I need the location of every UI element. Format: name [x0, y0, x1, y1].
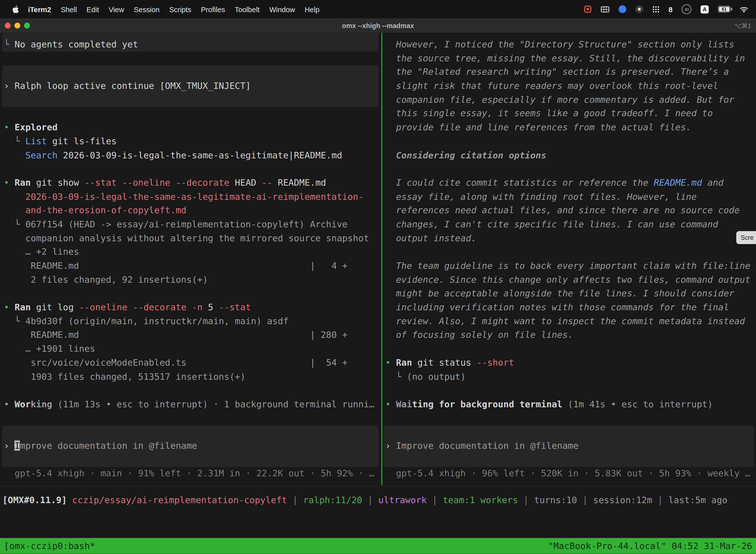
terminal-line: … +2 lines — [4, 245, 381, 259]
terminal-line: › Improve documentation in @filename — [4, 439, 381, 453]
terminal-line: provide file and line references from th… — [385, 121, 756, 134]
terminal-line: └ 4b9d30f (origin/main, instructkr/main,… — [4, 315, 381, 328]
terminal-line: 1903 files changed, 513517 insertions(+) — [4, 370, 381, 384]
terminal-line — [4, 384, 381, 398]
terminal-line: • Ran git status --short — [385, 356, 756, 370]
terminal-line: and-the-erosion-of-copyleft.md — [4, 204, 381, 218]
menu-session[interactable]: Session — [129, 5, 165, 13]
terminal-line: output instead. — [385, 231, 756, 245]
terminal-line — [4, 162, 381, 176]
menu-toolbelt[interactable]: Toolbelt — [230, 5, 264, 13]
zoom-window-button[interactable] — [24, 22, 30, 28]
menu-edit[interactable]: Edit — [82, 5, 104, 13]
terminal-line: • Ran git show --stat --oneline --decora… — [4, 176, 381, 190]
menu-window[interactable]: Window — [264, 5, 300, 13]
terminal-line: I could cite commit statistics or refere… — [385, 176, 756, 190]
window-title: omx --xhigh --madmax — [0, 21, 756, 29]
terminal-line: the "Related research writing" section i… — [385, 65, 756, 79]
menu-help[interactable]: Help — [300, 5, 324, 13]
close-window-button[interactable] — [5, 22, 10, 28]
terminal-line: this single essay, it seems like a good … — [385, 107, 756, 121]
screen-overlay-button[interactable]: Scre — [737, 231, 756, 244]
terminal-line: › Improve documentation in @filename — [385, 439, 756, 453]
terminal-line: Search 2026-03-09-is-legal-the-same-as-l… — [4, 149, 381, 162]
input-source-letter: A — [703, 6, 707, 12]
terminal-line — [385, 245, 756, 259]
menu-view[interactable]: View — [104, 5, 129, 13]
terminal-line — [385, 342, 756, 356]
terminal-line — [385, 411, 756, 425]
terminal-line: changes, I can't cite specific file line… — [385, 218, 756, 232]
terminal-line: 2 files changed, 92 insertions(+) — [4, 273, 381, 287]
terminal-line: [OMX#0.11.9] cczip/essay/ai-reimplementa… — [2, 494, 728, 508]
terminal-line: of focusing solely on file lines. — [385, 328, 756, 342]
tmux-status-bar: [omx-cczip0:bash* "MacBook-Pro-44.local"… — [0, 538, 756, 554]
terminal-line: However, I noticed the "Directory Struct… — [385, 38, 756, 52]
terminal-line: evidence. Since this change only affects… — [385, 273, 756, 287]
input-source-icon[interactable]: A — [700, 5, 709, 13]
right-pane-lines: However, I noticed the "Directory Struct… — [382, 33, 756, 481]
terminal-line: • Explored — [4, 121, 381, 134]
terminal-line: src/voice/voiceModeEnabled.ts | 54 + — [4, 356, 381, 370]
omx-status-line: [OMX#0.11.9] cczip/essay/ai-reimplementa… — [0, 494, 728, 508]
terminal-line: review. Also, I might want to inspect th… — [385, 315, 756, 328]
screen-recording-indicator-icon[interactable] — [584, 5, 591, 13]
menu-bar-status-icons: 8 .61 A 61 — [584, 4, 756, 14]
terminal-line: └ List git ls-files — [4, 134, 381, 149]
terminal-line: gpt-5.4 xhigh · 96% left · 520K in · 5.8… — [385, 466, 756, 481]
terminal-line: including verification notes with those … — [385, 300, 756, 315]
terminal-line — [385, 162, 756, 176]
window-title-bar: omx --xhigh --madmax ⌥⌘1 — [0, 18, 756, 33]
dots-grid-icon[interactable] — [652, 5, 659, 13]
terminal-line: companion analysis without altering the … — [4, 231, 381, 245]
left-pane: └ No agents completed yet› Ralph loop ac… — [0, 33, 381, 538]
menu-scripts[interactable]: Scripts — [165, 5, 196, 13]
tmux-window-shortcut: ⌥⌘1 — [734, 22, 751, 29]
terminal-line: gpt-5.4 xhigh · main · 91% left · 2.31M … — [4, 466, 381, 481]
terminal-line — [4, 65, 381, 79]
terminal-line: references need actual files, and since … — [385, 204, 756, 218]
terminal-line: └ (no output) — [385, 370, 756, 384]
terminal-line: the source tree, missing the essay. Stil… — [385, 51, 756, 65]
terminal-line: › Ralph loop active continue [OMX_TMUX_I… — [4, 79, 381, 93]
right-pane: However, I noticed the "Directory Struct… — [382, 33, 756, 538]
battery-icon[interactable]: 61 — [718, 6, 731, 12]
app-glyph-icon[interactable]: 8 — [669, 5, 673, 13]
cpu-gauge-icon[interactable]: .61 — [682, 4, 692, 14]
menu-profiles[interactable]: Profiles — [196, 5, 230, 13]
terminal-line — [4, 411, 381, 425]
menu-app-name[interactable]: iTerm2 — [23, 5, 56, 13]
terminal-line: README.md | 280 + — [4, 328, 381, 342]
minimize-window-button[interactable] — [14, 22, 20, 28]
terminal-line: 2026-03-09-is-legal-the-same-as-legitima… — [4, 190, 381, 204]
apple-menu-icon[interactable] — [9, 5, 23, 13]
terminal-line: • Working (11m 13s • esc to interrupt) ·… — [4, 398, 381, 411]
terminal-line — [4, 425, 381, 439]
terminal-line: slight risk that future readers may over… — [385, 79, 756, 93]
terminal-line: Considering citation options — [385, 149, 756, 162]
terminal-line: … +1901 lines — [4, 342, 381, 356]
terminal: └ No agents completed yet› Ralph loop ac… — [0, 33, 756, 554]
desktop: iTerm2 Shell Edit View Session Scripts P… — [0, 0, 756, 554]
terminal-line: might be acceptable alongside the file l… — [385, 287, 756, 300]
terminal-line: companion file, especially if more comme… — [385, 93, 756, 107]
status-separator — [0, 486, 756, 486]
dark-app-icon[interactable] — [635, 5, 643, 13]
menu-bar-left: iTerm2 Shell Edit View Session Scripts P… — [0, 0, 324, 18]
terminal-line: README.md | 4 + — [4, 259, 381, 273]
left-pane-lines: └ No agents completed yet› Ralph loop ac… — [0, 33, 381, 481]
terminal-line — [385, 384, 756, 398]
terminal-line: • Waiting for background terminal (1m 41… — [385, 398, 756, 411]
tmux-session-info: [omx-cczip0:bash* — [4, 541, 95, 551]
grid-app-icon[interactable] — [601, 6, 609, 12]
terminal-line — [4, 287, 381, 300]
blue-app-icon[interactable] — [618, 5, 626, 13]
cpu-gauge-value: .61 — [684, 7, 689, 11]
terminal-line — [385, 134, 756, 149]
wifi-icon[interactable] — [740, 5, 748, 13]
menu-shell[interactable]: Shell — [56, 5, 82, 13]
terminal-line: └ No agents completed yet — [4, 38, 381, 52]
tmux-host-clock: "MacBook-Pro-44.local" 04:52 31-Mar-26 — [548, 541, 752, 551]
terminal-line — [385, 425, 756, 439]
terminal-line — [4, 453, 381, 467]
